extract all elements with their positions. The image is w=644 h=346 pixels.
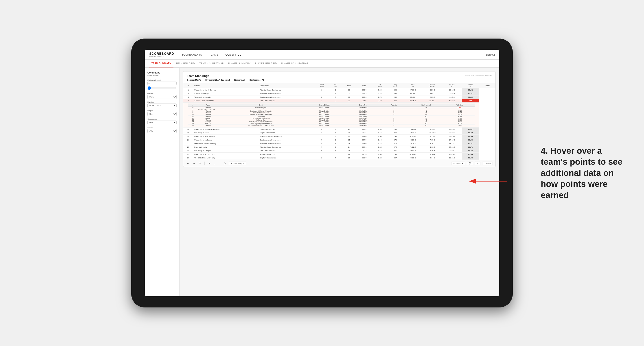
- t-wpoints: 97.80: [445, 121, 474, 123]
- cell-avg: 260: [388, 92, 403, 95]
- comment-button[interactable]: 💬: [467, 162, 473, 165]
- cell-avg: 269: [388, 153, 403, 156]
- tooltip-row: 8 Univers Southern Highlands Collegiate …: [188, 110, 474, 112]
- more-icon[interactable]: …: [213, 161, 217, 165]
- cell-points[interactable]: 83.89: [462, 153, 479, 156]
- cell-points[interactable]: 83.94: [462, 156, 479, 160]
- division-select[interactable]: NCAA Division I: [148, 104, 176, 107]
- cell-points[interactable]: 88.70: [462, 131, 479, 135]
- t-event: Southern Highlands Collegiate: [218, 110, 304, 112]
- cell-adj: 1.45: [372, 131, 388, 135]
- min-rounds-input[interactable]: [148, 82, 176, 85]
- t-num: 9: [188, 112, 198, 114]
- t-event: 2023 Sahalee Players Championship: [218, 125, 304, 126]
- cell-vs25: 29-27-2: [442, 131, 462, 135]
- t-event: Williams Cup: [218, 119, 304, 121]
- expanded-detail-cell: # Team Event Event Division Event Type R…: [183, 103, 479, 128]
- redo-icon[interactable]: ↪: [192, 161, 196, 165]
- tab-player-h2h-heatmap[interactable]: PLAYER H2H HEATMAP: [279, 59, 310, 67]
- cell-rank: 21: [183, 138, 193, 142]
- report-main-title: Team Standings: [187, 74, 465, 78]
- cell-wins: 280.7: [356, 156, 372, 160]
- cell-points[interactable]: 97.02: [462, 88, 479, 92]
- cell-conference: Atlantic Coast Conference: [259, 88, 315, 92]
- region-select[interactable]: N/A: [148, 112, 176, 116]
- nav-committee[interactable]: COMMITTEE: [224, 50, 242, 60]
- cell-rnds: 16: [342, 149, 356, 153]
- sign-out-button[interactable]: Sign out: [483, 53, 495, 56]
- copy-icon[interactable]: ⊕: [207, 161, 212, 165]
- school-select[interactable]: (All): [148, 129, 176, 133]
- content-area: Team Standings Gender: Men's Division: N…: [180, 68, 499, 296]
- t-num: 6: [188, 107, 198, 108]
- cell-avg: 274: [388, 146, 403, 149]
- undo-icon[interactable]: ↩: [186, 161, 190, 165]
- filter-conference-label: Conference:: [249, 79, 261, 81]
- cell-points[interactable]: 83.81: [462, 142, 479, 146]
- view-original-button[interactable]: ▣ View: Original: [229, 162, 246, 165]
- gender-select[interactable]: Men's: [148, 95, 176, 99]
- nav-teams[interactable]: TEAMS: [208, 50, 219, 60]
- col-avg-score: AvgScore: [388, 83, 403, 88]
- tooltip-row: 13 Univers Williams Cup NCAA Division I …: [188, 119, 474, 121]
- t-type: Match Play: [346, 116, 380, 117]
- cell-vs25: 24-31-0: [442, 146, 462, 149]
- col-conference: Conference: [259, 83, 315, 88]
- cell-school: Auburn University: [193, 92, 259, 95]
- table-row: 19 University of Texas Big 12 Conference…: [183, 131, 496, 135]
- cell-no-tour: 8: [329, 99, 342, 103]
- tab-team-h2h-grid[interactable]: TEAM H2H GRID: [174, 59, 197, 67]
- refresh-icon[interactable]: ↻: [198, 161, 202, 165]
- cell-points-highlighted[interactable]: 78.5: [462, 99, 479, 103]
- col-points: Points: [479, 83, 496, 88]
- expand-button[interactable]: ⤢: [475, 162, 480, 165]
- cell-adj: 1.30: [372, 153, 388, 156]
- t-team: Georgia: [198, 121, 218, 123]
- nav-tournaments[interactable]: TOURNAMENTS: [181, 50, 203, 60]
- min-rounds-slider[interactable]: [148, 86, 176, 90]
- cell-points[interactable]: 83.07: [462, 128, 479, 131]
- t-num: 7: [188, 108, 198, 110]
- table-row: 22 Mississippi State University Southeas…: [183, 142, 496, 146]
- cell-wins: 275.5: [356, 99, 372, 103]
- t-event: The Cypress Point Classic: [218, 117, 304, 119]
- cell-points[interactable]: 88.43: [462, 138, 479, 142]
- t-rounds: 3: [380, 112, 407, 114]
- cell-points[interactable]: 90.32: [462, 95, 479, 99]
- conference-select[interactable]: (All): [148, 121, 176, 124]
- cell-points[interactable]: 88.71: [462, 146, 479, 149]
- cell-rnds: 21: [342, 128, 356, 131]
- col-vs50: Vs Top50: [462, 83, 479, 88]
- watch-button[interactable]: 👁 Watch ▾: [451, 162, 465, 165]
- cell-no-tour: 7: [329, 156, 342, 160]
- clock-icon[interactable]: ⏱: [223, 161, 227, 165]
- cell-points[interactable]: 93.31: [462, 92, 479, 95]
- tooltip-header-row: # Team Event Event Division Event Type R…: [188, 104, 474, 107]
- table-row: 26 The Ohio State University Big Ten Con…: [183, 156, 496, 160]
- cell-no-tour: 7: [329, 131, 342, 135]
- cell-points[interactable]: 84.54: [462, 149, 479, 153]
- filter-gender: Gender: Men's: [187, 79, 201, 81]
- cell-adj: 1.17: [372, 149, 388, 153]
- tab-team-summary[interactable]: TEAM SUMMARY: [149, 59, 174, 67]
- col-low-sg: LowSG: [403, 83, 423, 88]
- t-wpoints: 74.01: [445, 114, 474, 116]
- tab-player-summary[interactable]: PLAYER SUMMARY: [226, 59, 253, 67]
- division-label: Division: [148, 101, 176, 103]
- t-type: Stroke Play: [346, 114, 380, 116]
- cell-conf-rank: 2: [315, 95, 329, 99]
- arrow-svg: [464, 172, 509, 190]
- share-button[interactable]: ⤴ Share: [482, 162, 493, 165]
- t-team: Florida I: [198, 117, 218, 119]
- tab-player-h2h-grid[interactable]: PLAYER H2H GRID: [253, 59, 279, 67]
- top-nav: SCOREBOARD Powered by clippd TOURNAMENTS…: [145, 50, 499, 60]
- t-div: NCAA Division I: [304, 112, 346, 114]
- cell-points[interactable]: 88.49: [462, 135, 479, 138]
- tab-team-h2h-heatmap[interactable]: TEAM H2H HEATMAP: [197, 59, 226, 67]
- t-wpoints: 21.29: [445, 117, 474, 119]
- cell-school: Duke University: [193, 146, 259, 149]
- cell-low-sg: 73-21-1: [403, 128, 423, 131]
- cell-no-tour: 6: [329, 138, 342, 142]
- filter-conference: Conference: All: [249, 79, 264, 81]
- t-type: Match Play: [346, 117, 380, 119]
